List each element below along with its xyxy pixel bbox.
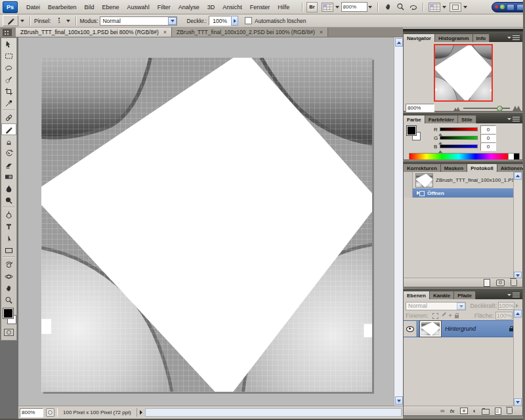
tool-rectangular-marquee[interactable] bbox=[1, 50, 16, 62]
blend-mode-select[interactable]: Normal bbox=[100, 16, 177, 26]
eye-icon[interactable] bbox=[406, 326, 414, 332]
rotate-view-icon[interactable] bbox=[409, 3, 417, 11]
layer-row-hintergrund[interactable]: Hintergrund bbox=[404, 320, 522, 337]
tab-pfade[interactable]: Pfade bbox=[454, 291, 476, 299]
green-slider[interactable] bbox=[440, 135, 478, 142]
tab-kanaele[interactable]: Kanäle bbox=[430, 291, 454, 299]
layer-thumbnail[interactable] bbox=[420, 321, 441, 337]
screen-mode-icon[interactable] bbox=[450, 3, 461, 12]
delete-state-icon[interactable] bbox=[511, 280, 517, 286]
tab-farbe[interactable]: Farbe bbox=[404, 116, 425, 123]
lock-position-icon[interactable]: + bbox=[449, 313, 452, 318]
menu-auswahl[interactable]: Auswahl bbox=[123, 4, 154, 10]
canvas-horizontal-scrollbar[interactable] bbox=[145, 408, 402, 417]
menu-datei[interactable]: Datei bbox=[22, 4, 44, 10]
green-slider-track[interactable] bbox=[440, 136, 478, 140]
auto-erase-checkbox[interactable] bbox=[245, 17, 252, 24]
tab-histogramm[interactable]: Histogramm bbox=[435, 34, 473, 42]
tool-move[interactable] bbox=[1, 38, 16, 50]
spectrum-black-swatch[interactable] bbox=[514, 154, 519, 159]
zoom-slider-knob[interactable] bbox=[497, 106, 503, 112]
history-step-open[interactable]: Öffnen bbox=[404, 188, 522, 198]
tool-spot-healing[interactable] bbox=[1, 112, 16, 123]
zoom-tool-icon[interactable] bbox=[396, 3, 405, 11]
tool-dodge[interactable] bbox=[1, 194, 16, 206]
tool-path-selection[interactable] bbox=[1, 232, 16, 244]
scroll-up-icon[interactable] bbox=[514, 310, 522, 318]
lock-pixels-icon[interactable] bbox=[441, 313, 446, 318]
layers-scrollbar[interactable] bbox=[513, 310, 522, 406]
navigator-zoom-slider[interactable] bbox=[463, 108, 510, 109]
close-tab-icon[interactable] bbox=[320, 29, 323, 35]
chevron-down-icon[interactable] bbox=[168, 17, 177, 25]
navigator-proxy-view[interactable] bbox=[434, 44, 493, 102]
green-value-field[interactable]: 0 bbox=[480, 134, 496, 142]
tool-crop[interactable] bbox=[1, 85, 16, 97]
spectrum-white-swatch[interactable] bbox=[508, 154, 514, 159]
blue-value-field[interactable]: 0 bbox=[480, 142, 496, 151]
layer-visibility-cell[interactable] bbox=[404, 321, 417, 337]
tab-korrekturen[interactable]: Korrekturen bbox=[404, 164, 441, 172]
menu-fenster[interactable]: Fenster bbox=[246, 4, 274, 10]
brush-preview[interactable]: 1 bbox=[54, 16, 65, 26]
menu-hilfe[interactable]: Hilfe bbox=[274, 4, 293, 10]
view-extras-icon[interactable] bbox=[322, 3, 333, 12]
menu-ansicht[interactable]: Ansicht bbox=[219, 4, 246, 10]
red-value-field[interactable]: 0 bbox=[480, 125, 496, 134]
tool-quick-selection[interactable] bbox=[1, 74, 16, 85]
foreground-color-swatch[interactable] bbox=[407, 126, 416, 135]
tool-gradient[interactable] bbox=[1, 171, 16, 182]
panel-menu-icon[interactable] bbox=[513, 117, 520, 121]
new-layer-icon[interactable] bbox=[495, 408, 501, 415]
spectrum-gradient[interactable] bbox=[410, 154, 508, 159]
scroll-up-icon[interactable] bbox=[395, 38, 403, 47]
document-tab-2[interactable]: ZBrush_TTT_final_100x100_2.PSD bei 100% … bbox=[172, 28, 328, 37]
foreground-color-swatch[interactable] bbox=[3, 308, 13, 318]
lock-all-icon[interactable] bbox=[455, 315, 459, 318]
lock-transparency-icon[interactable] bbox=[432, 313, 438, 319]
blue-slider[interactable] bbox=[440, 144, 478, 150]
tab-farbfelder[interactable]: Farbfelder bbox=[425, 116, 458, 123]
tab-overflow-icon[interactable] bbox=[3, 29, 12, 36]
history-scrollbar[interactable] bbox=[513, 172, 522, 280]
status-menu-arrow[interactable] bbox=[139, 410, 143, 415]
menu-analyse[interactable]: Analyse bbox=[175, 4, 203, 10]
history-source-column[interactable] bbox=[404, 172, 413, 188]
tool-rectangle[interactable] bbox=[1, 244, 16, 256]
canvas-workspace[interactable] bbox=[18, 37, 394, 406]
blue-slider-thumb[interactable] bbox=[438, 148, 442, 153]
scroll-down-icon[interactable] bbox=[395, 396, 403, 405]
menu-bild[interactable]: Bild bbox=[81, 4, 98, 10]
tab-protokoll[interactable]: Protokoll bbox=[467, 164, 497, 172]
tool-lasso[interactable] bbox=[1, 62, 16, 74]
bridge-button[interactable]: Br bbox=[306, 2, 317, 12]
layer-fill-field[interactable]: 100% bbox=[495, 312, 513, 320]
tool-blur[interactable] bbox=[1, 182, 16, 194]
quick-mask-icon[interactable] bbox=[4, 329, 14, 336]
tab-masken[interactable]: Masken bbox=[441, 164, 467, 172]
zoom-level-select[interactable]: 800% bbox=[341, 2, 368, 12]
delete-layer-icon[interactable] bbox=[507, 408, 513, 414]
tool-clone-stamp[interactable] bbox=[1, 135, 16, 147]
red-slider[interactable] bbox=[440, 127, 478, 133]
new-snapshot-icon[interactable] bbox=[496, 280, 505, 286]
menu-ebene[interactable]: Ebene bbox=[98, 4, 123, 10]
menu-bearbeiten[interactable]: Bearbeiten bbox=[44, 4, 81, 10]
layer-style-icon[interactable]: fx bbox=[450, 408, 454, 414]
tool-pencil[interactable] bbox=[1, 123, 16, 135]
red-slider-track[interactable] bbox=[440, 127, 478, 131]
close-tab-icon[interactable] bbox=[163, 29, 167, 35]
tab-ebenen[interactable]: Ebenen bbox=[404, 291, 430, 299]
cs-live-widget[interactable] bbox=[492, 2, 525, 12]
status-zoom-field[interactable]: 800% bbox=[20, 408, 43, 417]
chevron-down-icon[interactable] bbox=[457, 303, 465, 310]
snapshot-thumbnail[interactable] bbox=[415, 173, 433, 188]
opacity-field[interactable]: 100% bbox=[209, 16, 231, 26]
canvas-vertical-scrollbar[interactable] bbox=[394, 37, 403, 406]
chevron-right-icon[interactable] bbox=[231, 16, 238, 26]
tab-aktionen[interactable]: Aktionen bbox=[497, 164, 525, 172]
arrange-documents-icon[interactable] bbox=[429, 3, 440, 12]
layer-opacity-field[interactable]: 100% bbox=[498, 302, 514, 310]
document-tab-1[interactable]: ZBrush_TTT_final_100x100_1.PSD bei 800% … bbox=[16, 28, 172, 37]
zoom-in-mountains-icon[interactable] bbox=[513, 106, 520, 111]
